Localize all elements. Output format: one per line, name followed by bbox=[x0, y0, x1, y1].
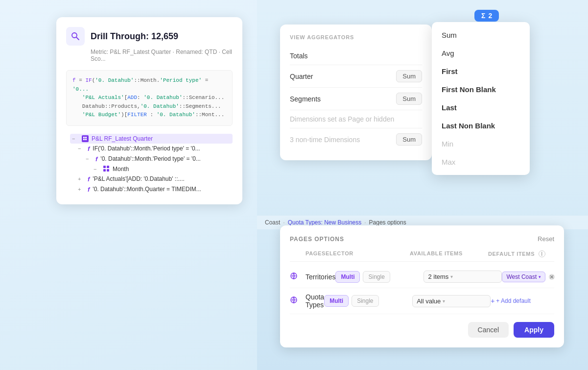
svg-rect-8 bbox=[103, 169, 106, 172]
plus-icon: + bbox=[491, 297, 494, 305]
cancel-button[interactable]: Cancel bbox=[468, 322, 509, 338]
multi-button[interactable]: Multi bbox=[324, 295, 349, 307]
pages-panel-title: PAGES OPTIONS bbox=[290, 236, 344, 243]
pages-col-headers: PAGE SELECTOR AVAILABLE ITEMS DEFAULT IT… bbox=[290, 250, 554, 262]
west-coast-label: West Coast bbox=[506, 273, 537, 280]
chevron-down-icon: ▾ bbox=[450, 274, 453, 279]
tree-toggle-icon[interactable]: + bbox=[78, 186, 85, 192]
svg-rect-7 bbox=[107, 166, 109, 168]
tree-toggle-icon[interactable]: − bbox=[78, 146, 85, 151]
tree-node-icon bbox=[82, 135, 89, 142]
drill-through-panel: Drill Through: 12,659 Metric: P&L RF_Lat… bbox=[56, 17, 242, 204]
view-aggregators-panel: VIEW AGGREGATORS Totals Quarter Sum Segm… bbox=[280, 25, 432, 160]
agg-label: Dimensions set as Page or hidden bbox=[290, 115, 394, 123]
drill-formula: f = IF('0. Datahub'::Month.'Period type'… bbox=[66, 70, 233, 126]
svg-rect-2 bbox=[83, 137, 85, 138]
col-hdr-default: DEFAULT ITEMS i bbox=[488, 250, 576, 257]
tree-node-label: P&L RF_Latest Quarter bbox=[92, 135, 153, 142]
agg-row-page-hidden: Dimensions set as Page or hidden bbox=[290, 110, 422, 128]
tag-chevron-icon: ▾ bbox=[539, 274, 541, 279]
tree-toggle-icon[interactable]: − bbox=[86, 156, 93, 162]
add-default-label: + Add default bbox=[496, 297, 530, 304]
info-icon: i bbox=[539, 250, 545, 257]
pages-options-panel: PAGES OPTIONS Reset PAGE SELECTOR AVAILA… bbox=[280, 225, 564, 347]
sigma-count: 2 bbox=[488, 12, 492, 20]
pages-panel-header: PAGES OPTIONS Reset bbox=[290, 235, 554, 243]
available-items-dropdown[interactable]: All value ▾ bbox=[412, 295, 491, 307]
single-button[interactable]: Single bbox=[363, 271, 390, 283]
breadcrumb-separator: · bbox=[364, 219, 366, 226]
agg-row-non-time: 3 non-time Dimensions Sum bbox=[290, 128, 422, 150]
selector-group: Multi Single bbox=[335, 271, 423, 283]
page-icon bbox=[290, 272, 298, 280]
available-items-dropdown[interactable]: 2 items ▾ bbox=[423, 271, 502, 283]
west-coast-tag: West Coast ▾ bbox=[502, 271, 545, 282]
tree-row[interactable]: − f IF('0. Datahub'::Month.'Period type'… bbox=[78, 144, 233, 154]
tree-row[interactable]: + f '0. Datahub'::Month.Quarter = TIMEDI… bbox=[78, 184, 233, 195]
selector-group: Multi Single bbox=[324, 295, 412, 307]
svg-rect-6 bbox=[103, 166, 106, 168]
add-default-button[interactable]: + + Add default bbox=[491, 297, 531, 305]
sum-button[interactable]: Sum bbox=[396, 93, 422, 105]
drill-title: Drill Through: 12,659 bbox=[91, 31, 178, 42]
agg-option-min[interactable]: Min bbox=[432, 135, 530, 153]
tree-node-label: Month bbox=[113, 166, 129, 173]
tree-node-label: '0. Datahub'::Month.Quarter = TIMEDIM... bbox=[93, 186, 201, 193]
drill-icon bbox=[66, 27, 85, 46]
apply-button[interactable]: Apply bbox=[514, 322, 554, 338]
row-name: Quota Types bbox=[306, 293, 324, 309]
pages-row-quota-types: Quota Types Multi Single All value ▾ + +… bbox=[290, 288, 554, 314]
breadcrumb-item-pages[interactable]: Pages options bbox=[369, 219, 406, 226]
tree-row[interactable]: + f 'P&L Actuals'[ADD: '0.Datahub' ::...… bbox=[78, 174, 233, 184]
clear-tag-button[interactable] bbox=[548, 273, 555, 280]
row-name: Territories bbox=[306, 273, 335, 281]
reset-button[interactable]: Reset bbox=[538, 235, 554, 243]
agg-label: Totals bbox=[290, 52, 308, 60]
row-icon bbox=[290, 296, 306, 306]
multi-button[interactable]: Multi bbox=[335, 271, 360, 283]
agg-option-last-non-blank[interactable]: Last Non Blank bbox=[432, 117, 530, 135]
breadcrumb-separator: · bbox=[283, 219, 284, 226]
default-items-cell: West Coast ▾ bbox=[502, 271, 588, 282]
agg-label: Segments bbox=[290, 95, 321, 103]
svg-rect-9 bbox=[107, 169, 109, 172]
tree-row[interactable]: − Month bbox=[94, 164, 233, 174]
tree-node-label: IF('0. Datahub'::Month.'Period type' = '… bbox=[93, 145, 200, 152]
agg-label: Quarter bbox=[290, 73, 313, 80]
tree-row[interactable]: − P&L RF_Latest Quarter bbox=[70, 134, 233, 144]
breadcrumb-item-quota[interactable]: Quota Types: New Business bbox=[288, 219, 362, 226]
svg-rect-3 bbox=[85, 137, 87, 138]
pages-row-territories: Territories Multi Single 2 items ▾ West … bbox=[290, 266, 554, 288]
agg-row-quarter: Quarter Sum bbox=[290, 65, 422, 88]
sum-button[interactable]: Sum bbox=[396, 133, 422, 146]
agg-option-max[interactable]: Max bbox=[432, 153, 530, 171]
agg-option-sum[interactable]: Sum bbox=[432, 26, 530, 44]
drill-subtitle: Metric: P&L RF_Latest Quarter · Renamed:… bbox=[91, 49, 233, 62]
tree-toggle-icon[interactable]: + bbox=[78, 176, 85, 182]
agg-option-first-non-blank[interactable]: First Non Blank bbox=[432, 80, 530, 99]
breadcrumb-item[interactable]: Coast bbox=[265, 219, 280, 226]
available-items-label: All value bbox=[417, 297, 441, 305]
tree-toggle-icon[interactable]: − bbox=[94, 166, 100, 172]
chevron-down-icon: ▾ bbox=[443, 298, 445, 304]
svg-rect-4 bbox=[83, 139, 85, 140]
tree-row[interactable]: − f '0. Datahub'::Month.'Period type' = … bbox=[86, 154, 233, 164]
col-hdr-selector: SELECTOR bbox=[322, 250, 410, 257]
single-button[interactable]: Single bbox=[352, 295, 378, 307]
agg-row-segments: Segments Sum bbox=[290, 88, 422, 110]
tree-node-label: '0. Datahub'::Month.'Period type' = '0..… bbox=[100, 155, 201, 162]
agg-label: 3 non-time Dimensions bbox=[290, 136, 360, 144]
agg-panel-title: VIEW AGGREGATORS bbox=[290, 34, 422, 40]
svg-rect-5 bbox=[85, 139, 87, 140]
agg-option-first[interactable]: First bbox=[432, 62, 530, 80]
available-items-label: 2 items bbox=[428, 273, 448, 280]
sum-button[interactable]: Sum bbox=[396, 70, 422, 82]
page-icon bbox=[290, 296, 298, 304]
agg-option-avg[interactable]: Avg bbox=[432, 44, 530, 62]
tree-toggle-icon[interactable]: − bbox=[72, 136, 79, 142]
function-icon: f bbox=[88, 145, 90, 152]
search-icon bbox=[71, 31, 80, 41]
row-icon bbox=[290, 272, 306, 282]
col-hdr-icon bbox=[290, 250, 306, 257]
agg-option-last[interactable]: Last bbox=[432, 99, 530, 117]
